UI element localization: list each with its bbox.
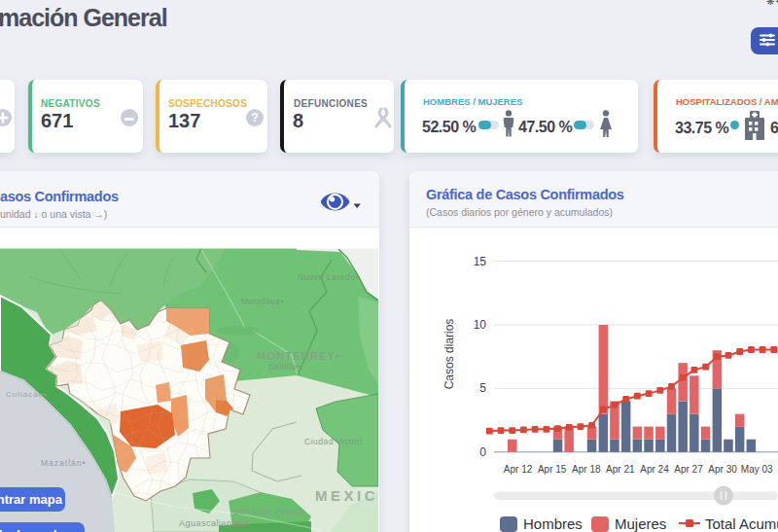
svg-text:Saltillo•: Saltillo• xyxy=(268,362,301,372)
svg-text:Apr 12: Apr 12 xyxy=(504,464,533,475)
svg-text:Mazatlán•: Mazatlán• xyxy=(41,458,86,468)
svg-text:Nuevo Laredo•: Nuevo Laredo• xyxy=(298,272,359,282)
svg-text:MEXICO: MEXICO xyxy=(315,487,378,504)
svg-text:Apr 27: Apr 27 xyxy=(674,464,703,475)
svg-text:Mujeres: Mujeres xyxy=(615,515,666,532)
svg-text:Hombres: Hombres xyxy=(523,515,583,532)
svg-text:Apr 18: Apr 18 xyxy=(572,464,601,475)
svg-text:10: 10 xyxy=(474,318,487,332)
svg-text:MONTERREY•: MONTERREY• xyxy=(257,350,340,362)
svg-text:Total Acumulad: Total Acumulad xyxy=(705,515,778,532)
svg-text:Culiacán•: Culiacán• xyxy=(6,390,48,399)
svg-text:Ciudad Victori: Ciudad Victori xyxy=(304,437,363,446)
svg-text:Casos diarios: Casos diarios xyxy=(442,319,456,390)
svg-text:5: 5 xyxy=(479,381,486,395)
svg-text:Apr 30: Apr 30 xyxy=(708,464,737,475)
svg-text:Apr 24: Apr 24 xyxy=(640,464,669,475)
svg-text:Monclova•: Monclova• xyxy=(241,297,284,306)
svg-text:Apr 15: Apr 15 xyxy=(538,464,567,475)
svg-text:San Luis Potosí•: San Luis Potosí• xyxy=(233,507,305,516)
svg-text:0: 0 xyxy=(479,445,486,459)
svg-text:Aguascalientes•: Aguascalientes• xyxy=(179,518,249,528)
svg-text:Apr 21: Apr 21 xyxy=(606,464,635,475)
svg-text:May 03: May 03 xyxy=(741,464,773,475)
svg-text:15: 15 xyxy=(474,255,487,268)
